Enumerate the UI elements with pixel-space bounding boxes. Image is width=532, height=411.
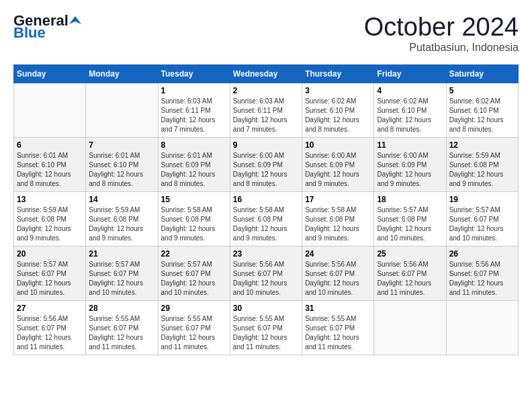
- month-title: October 2024: [364, 13, 519, 42]
- day-info: Sunrise: 5:57 AM Sunset: 6:08 PM Dayligh…: [377, 205, 443, 243]
- day-number: 5: [449, 86, 515, 95]
- day-info: Sunrise: 6:02 AM Sunset: 6:10 PM Dayligh…: [449, 97, 515, 134]
- day-number: 14: [89, 195, 154, 204]
- page-header: General Blue October 2024 Putatbasiun, I…: [13, 13, 519, 54]
- calendar-cell: 26Sunrise: 5:56 AM Sunset: 6:07 PM Dayli…: [446, 246, 518, 300]
- day-number: 1: [161, 86, 227, 95]
- calendar-cell: 20Sunrise: 5:57 AM Sunset: 6:07 PM Dayli…: [14, 246, 86, 300]
- day-info: Sunrise: 5:58 AM Sunset: 6:08 PM Dayligh…: [233, 205, 299, 243]
- day-number: 9: [233, 140, 299, 150]
- calendar-table: SundayMondayTuesdayWednesdayThursdayFrid…: [13, 64, 519, 355]
- calendar-cell: 6Sunrise: 6:01 AM Sunset: 6:10 PM Daylig…: [14, 137, 86, 191]
- calendar-cell: 27Sunrise: 5:56 AM Sunset: 6:07 PM Dayli…: [14, 300, 86, 355]
- day-number: 18: [377, 195, 443, 204]
- calendar-cell: 13Sunrise: 5:59 AM Sunset: 6:08 PM Dayli…: [14, 191, 86, 246]
- calendar-cell: [446, 300, 518, 355]
- day-number: 21: [89, 249, 154, 259]
- day-info: Sunrise: 6:00 AM Sunset: 6:09 PM Dayligh…: [233, 151, 299, 189]
- calendar-cell: 21Sunrise: 5:57 AM Sunset: 6:07 PM Dayli…: [86, 246, 158, 300]
- day-number: 26: [449, 249, 515, 259]
- day-number: 27: [17, 304, 83, 313]
- day-number: 10: [305, 140, 371, 150]
- day-info: Sunrise: 5:57 AM Sunset: 6:07 PM Dayligh…: [89, 260, 154, 298]
- day-number: 30: [233, 304, 299, 313]
- day-info: Sunrise: 6:03 AM Sunset: 6:11 PM Dayligh…: [233, 97, 299, 134]
- day-info: Sunrise: 5:56 AM Sunset: 6:07 PM Dayligh…: [233, 260, 299, 298]
- calendar-cell: 10Sunrise: 6:00 AM Sunset: 6:09 PM Dayli…: [302, 137, 374, 191]
- day-number: 20: [17, 249, 83, 259]
- calendar-cell: 30Sunrise: 5:55 AM Sunset: 6:07 PM Dayli…: [230, 300, 302, 355]
- logo: General Blue: [13, 13, 82, 40]
- day-info: Sunrise: 5:58 AM Sunset: 6:08 PM Dayligh…: [305, 205, 371, 243]
- calendar-cell: 24Sunrise: 5:56 AM Sunset: 6:07 PM Dayli…: [302, 246, 374, 300]
- day-info: Sunrise: 5:55 AM Sunset: 6:07 PM Dayligh…: [233, 314, 299, 352]
- day-info: Sunrise: 6:01 AM Sunset: 6:09 PM Dayligh…: [161, 151, 227, 189]
- day-number: 16: [233, 195, 299, 204]
- day-number: 12: [449, 140, 515, 150]
- calendar-cell: 1Sunrise: 6:03 AM Sunset: 6:11 PM Daylig…: [158, 83, 230, 137]
- calendar-cell: 8Sunrise: 6:01 AM Sunset: 6:09 PM Daylig…: [158, 137, 230, 191]
- calendar-cell: 17Sunrise: 5:58 AM Sunset: 6:08 PM Dayli…: [302, 191, 374, 246]
- calendar-cell: 12Sunrise: 5:59 AM Sunset: 6:08 PM Dayli…: [446, 137, 518, 191]
- weekday-header-saturday: Saturday: [446, 64, 518, 83]
- day-number: 2: [233, 86, 299, 95]
- day-number: 29: [161, 304, 227, 313]
- day-number: 31: [305, 304, 371, 313]
- day-info: Sunrise: 6:02 AM Sunset: 6:10 PM Dayligh…: [305, 97, 371, 134]
- day-number: 23: [233, 249, 299, 259]
- title-block: October 2024 Putatbasiun, Indonesia: [364, 13, 519, 54]
- calendar-cell: 4Sunrise: 6:02 AM Sunset: 6:10 PM Daylig…: [374, 83, 446, 137]
- calendar-cell: 31Sunrise: 5:55 AM Sunset: 6:07 PM Dayli…: [302, 300, 374, 355]
- day-number: 4: [377, 86, 443, 95]
- day-number: 6: [17, 140, 83, 150]
- day-info: Sunrise: 5:55 AM Sunset: 6:07 PM Dayligh…: [89, 314, 154, 352]
- calendar-cell: 28Sunrise: 5:55 AM Sunset: 6:07 PM Dayli…: [86, 300, 158, 355]
- day-info: Sunrise: 5:59 AM Sunset: 6:08 PM Dayligh…: [449, 151, 515, 189]
- calendar-cell: 19Sunrise: 5:57 AM Sunset: 6:07 PM Dayli…: [446, 191, 518, 246]
- day-number: 11: [377, 140, 443, 150]
- calendar-cell: 3Sunrise: 6:02 AM Sunset: 6:10 PM Daylig…: [302, 83, 374, 137]
- day-info: Sunrise: 5:59 AM Sunset: 6:08 PM Dayligh…: [89, 205, 154, 243]
- weekday-header-tuesday: Tuesday: [158, 64, 230, 83]
- weekday-header-thursday: Thursday: [302, 64, 374, 83]
- weekday-header-sunday: Sunday: [14, 64, 86, 83]
- day-info: Sunrise: 6:00 AM Sunset: 6:09 PM Dayligh…: [305, 151, 371, 189]
- day-info: Sunrise: 5:56 AM Sunset: 6:07 PM Dayligh…: [305, 260, 371, 298]
- calendar-cell: 14Sunrise: 5:59 AM Sunset: 6:08 PM Dayli…: [86, 191, 158, 246]
- calendar-cell: 15Sunrise: 5:58 AM Sunset: 6:08 PM Dayli…: [158, 191, 230, 246]
- calendar-cell: 7Sunrise: 6:01 AM Sunset: 6:10 PM Daylig…: [86, 137, 158, 191]
- day-number: 28: [89, 304, 154, 313]
- day-info: Sunrise: 6:01 AM Sunset: 6:10 PM Dayligh…: [89, 151, 154, 189]
- day-info: Sunrise: 5:58 AM Sunset: 6:08 PM Dayligh…: [161, 205, 227, 243]
- day-number: 22: [161, 249, 227, 259]
- calendar-week-row: 13Sunrise: 5:59 AM Sunset: 6:08 PM Dayli…: [14, 191, 519, 246]
- calendar-cell: 23Sunrise: 5:56 AM Sunset: 6:07 PM Dayli…: [230, 246, 302, 300]
- calendar-header-row: SundayMondayTuesdayWednesdayThursdayFrid…: [14, 64, 519, 83]
- logo-blue-text: Blue: [13, 26, 82, 40]
- location: Putatbasiun, Indonesia: [364, 42, 519, 54]
- calendar-cell: 5Sunrise: 6:02 AM Sunset: 6:10 PM Daylig…: [446, 83, 518, 137]
- day-info: Sunrise: 6:01 AM Sunset: 6:10 PM Dayligh…: [17, 151, 83, 189]
- calendar-cell: 25Sunrise: 5:56 AM Sunset: 6:07 PM Dayli…: [374, 246, 446, 300]
- calendar-week-row: 27Sunrise: 5:56 AM Sunset: 6:07 PM Dayli…: [14, 300, 519, 355]
- day-number: 25: [377, 249, 443, 259]
- calendar-week-row: 6Sunrise: 6:01 AM Sunset: 6:10 PM Daylig…: [14, 137, 519, 191]
- day-info: Sunrise: 5:55 AM Sunset: 6:07 PM Dayligh…: [161, 314, 227, 352]
- day-info: Sunrise: 6:02 AM Sunset: 6:10 PM Dayligh…: [377, 97, 443, 134]
- day-number: 15: [161, 195, 227, 204]
- calendar-cell: 11Sunrise: 6:00 AM Sunset: 6:09 PM Dayli…: [374, 137, 446, 191]
- day-info: Sunrise: 5:57 AM Sunset: 6:07 PM Dayligh…: [17, 260, 83, 298]
- weekday-header-monday: Monday: [86, 64, 158, 83]
- day-info: Sunrise: 5:56 AM Sunset: 6:07 PM Dayligh…: [377, 260, 443, 298]
- day-info: Sunrise: 5:57 AM Sunset: 6:07 PM Dayligh…: [449, 205, 515, 243]
- calendar-cell: 16Sunrise: 5:58 AM Sunset: 6:08 PM Dayli…: [230, 191, 302, 246]
- calendar-week-row: 1Sunrise: 6:03 AM Sunset: 6:11 PM Daylig…: [14, 83, 519, 137]
- day-info: Sunrise: 5:59 AM Sunset: 6:08 PM Dayligh…: [17, 205, 83, 243]
- calendar-cell: [14, 83, 86, 137]
- calendar-cell: 22Sunrise: 5:57 AM Sunset: 6:07 PM Dayli…: [158, 246, 230, 300]
- day-info: Sunrise: 5:57 AM Sunset: 6:07 PM Dayligh…: [161, 260, 227, 298]
- calendar-cell: [86, 83, 158, 137]
- calendar-cell: 2Sunrise: 6:03 AM Sunset: 6:11 PM Daylig…: [230, 83, 302, 137]
- day-info: Sunrise: 6:00 AM Sunset: 6:09 PM Dayligh…: [377, 151, 443, 189]
- day-number: 17: [305, 195, 371, 204]
